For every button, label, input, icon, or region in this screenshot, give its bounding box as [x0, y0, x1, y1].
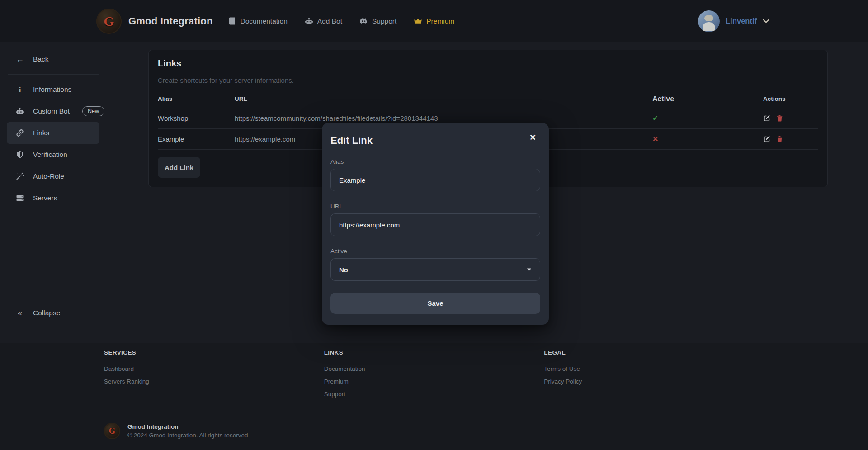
sidebar-item-label: Custom Bot: [33, 107, 70, 115]
sidebar-item-custom-bot[interactable]: Custom Bot New: [0, 100, 107, 122]
avatar: [698, 10, 720, 32]
nav-label: Add Bot: [317, 17, 342, 25]
page-subtitle: Create shortcuts for your server informa…: [158, 76, 818, 84]
trash-icon: [776, 114, 783, 122]
cell-alias: Workshop: [158, 114, 235, 122]
footer-link-dashboard[interactable]: Dashboard: [104, 363, 324, 375]
footer-column-links: LINKS Documentation Premium Support: [324, 349, 544, 401]
col-header-alias: Alias: [158, 95, 235, 102]
sidebar-item-auto-role[interactable]: Auto-Role: [0, 166, 107, 187]
wand-icon: [15, 172, 25, 181]
footer-link-premium[interactable]: Premium: [324, 375, 544, 388]
edit-link-button[interactable]: [763, 114, 771, 122]
sidebar-item-label: Servers: [33, 194, 57, 202]
sidebar-bottom: « Collapse: [0, 294, 107, 343]
sidebar-item-label: Verification: [33, 151, 67, 159]
sidebar-item-label: Collapse: [33, 309, 60, 317]
footer-heading: SERVICES: [104, 349, 324, 357]
col-header-actions: Actions: [763, 95, 818, 102]
sidebar-item-label: Auto-Role: [33, 172, 64, 180]
cell-url: https://steamcommunity.com/sharedfiles/f…: [235, 114, 652, 122]
sidebar-item-label: Links: [33, 129, 49, 137]
logo-letter: G: [109, 426, 116, 436]
nav-label: Documentation: [241, 17, 288, 25]
delete-link-button[interactable]: [776, 114, 783, 122]
footer-heading: LEGAL: [544, 349, 764, 357]
footer-copyright: © 2024 Gmod Integration. All rights rese…: [127, 431, 248, 440]
info-icon: i: [15, 86, 25, 94]
link-icon: [15, 128, 25, 137]
user-menu[interactable]: Linventif: [698, 10, 769, 32]
brand-title[interactable]: Gmod Integration: [128, 15, 213, 27]
footer-link-documentation[interactable]: Documentation: [324, 363, 544, 375]
status-inactive-cross: ✕: [652, 135, 763, 143]
edit-link-button[interactable]: [763, 135, 771, 143]
sidebar: ← Back i Informations Custom Bot New Lin…: [0, 42, 107, 343]
nav-add-bot[interactable]: Add Bot: [305, 17, 342, 25]
footer-column-legal: LEGAL Terms of Use Privacy Policy: [544, 349, 764, 401]
shield-icon: [15, 150, 25, 159]
sidebar-item-links[interactable]: Links: [7, 122, 99, 144]
sidebar-collapse[interactable]: « Collapse: [0, 302, 107, 324]
double-chevron-left-icon: «: [15, 309, 25, 317]
logo-letter: G: [104, 14, 114, 29]
cell-alias: Example: [158, 135, 235, 143]
crown-icon: [414, 17, 422, 25]
edit-icon: [763, 114, 771, 122]
nav-premium[interactable]: Premium: [414, 17, 454, 25]
nav-documentation[interactable]: Documentation: [228, 17, 288, 25]
server-icon: [15, 194, 25, 203]
new-badge: New: [82, 106, 104, 116]
url-field[interactable]: [330, 213, 540, 236]
sidebar-item-servers[interactable]: Servers: [0, 187, 107, 209]
active-select-value: No: [339, 266, 348, 274]
footer-heading: LINKS: [324, 349, 544, 357]
nav-support[interactable]: Support: [359, 17, 396, 25]
edit-icon: [763, 135, 771, 143]
footer-link-support[interactable]: Support: [324, 388, 544, 401]
footer-brand: Gmod Integration: [127, 422, 248, 431]
close-icon[interactable]: ✕: [527, 133, 539, 142]
active-label: Active: [330, 248, 540, 255]
sidebar-item-informations[interactable]: i Informations: [0, 79, 107, 100]
robot-icon: [15, 107, 25, 116]
footer-bottom-bar: G Gmod Integration © 2024 Gmod Integrati…: [0, 417, 868, 440]
nav-label: Premium: [426, 17, 454, 25]
alias-label: Alias: [330, 158, 540, 165]
modal-title: Edit Link: [330, 135, 540, 147]
table-header-row: Alias URL Active Actions: [158, 90, 818, 108]
active-select[interactable]: No: [330, 258, 540, 281]
sidebar-divider: [8, 298, 99, 298]
cell-actions: [763, 114, 818, 122]
col-header-active: Active: [652, 95, 763, 103]
discord-icon: [359, 17, 368, 25]
alias-field[interactable]: [330, 169, 540, 191]
sidebar-item-verification[interactable]: Verification: [0, 144, 107, 166]
footer-link-servers-ranking[interactable]: Servers Ranking: [104, 375, 324, 388]
sidebar-item-label: Back: [33, 55, 48, 63]
footer-column-services: SERVICES Dashboard Servers Ranking: [104, 349, 324, 401]
url-label: URL: [330, 203, 540, 210]
footer-link-privacy[interactable]: Privacy Policy: [544, 375, 764, 388]
col-header-url: URL: [235, 95, 652, 102]
chevron-down-icon: [763, 19, 769, 24]
username: Linventif: [726, 17, 757, 25]
robot-icon: [305, 17, 313, 25]
sidebar-back[interactable]: ← Back: [0, 48, 107, 70]
add-link-button[interactable]: Add Link: [158, 157, 200, 178]
footer-logo[interactable]: G: [104, 423, 120, 439]
nav-label: Support: [372, 17, 396, 25]
navbar: G Gmod Integration Documentation Add Bot…: [0, 0, 868, 42]
footer-link-terms[interactable]: Terms of Use: [544, 363, 764, 375]
edit-link-modal: ✕ Edit Link Alias URL Active No Save: [322, 123, 549, 325]
cell-actions: [763, 135, 818, 143]
sidebar-divider: [8, 74, 99, 75]
delete-link-button[interactable]: [776, 135, 783, 143]
save-button[interactable]: Save: [330, 293, 540, 314]
app-logo[interactable]: G: [96, 9, 122, 34]
sidebar-item-label: Informations: [33, 85, 71, 94]
nav-links: Documentation Add Bot Support Premium: [228, 17, 455, 25]
trash-icon: [776, 135, 783, 143]
page-title: Links: [158, 58, 818, 69]
caret-down-icon: [527, 268, 532, 271]
